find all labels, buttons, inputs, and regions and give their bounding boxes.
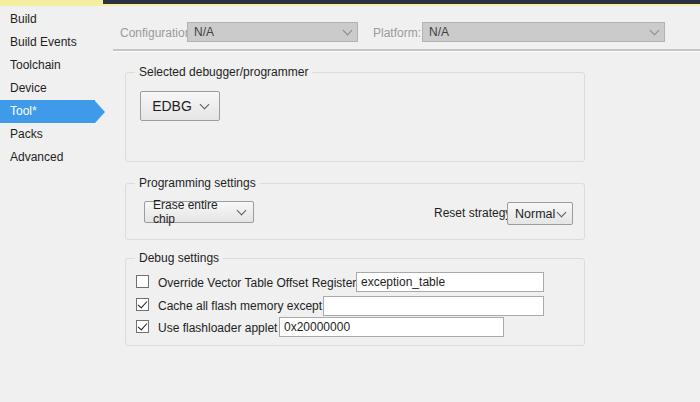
flashloader-input[interactable] [279, 317, 504, 337]
platform-dropdown: N/A [422, 22, 665, 42]
settings-sidebar: Build Build Events Toolchain Device Tool… [0, 8, 105, 169]
chevron-down-icon [557, 207, 567, 217]
configuration-dropdown: N/A [187, 22, 358, 42]
override-vtor-label: Override Vector Table Offset Register [158, 276, 356, 290]
configuration-label: Configuration: [120, 26, 195, 40]
chevron-down-icon [650, 26, 660, 36]
reset-strategy-value: Normal [515, 207, 555, 221]
sidebar-item-toolchain[interactable]: Toolchain [0, 54, 95, 77]
reset-strategy-label: Reset strategy [434, 206, 511, 220]
chevron-down-icon [237, 206, 247, 216]
group-programming-settings: Programming settings Erase entire chip R… [125, 183, 585, 240]
group-debug-settings: Debug settings Override Vector Table Off… [125, 258, 585, 346]
tool-settings-panel: Build Build Events Toolchain Device Tool… [0, 0, 700, 402]
group-title: Debug settings [135, 251, 223, 265]
override-vtor-input[interactable] [356, 272, 544, 292]
chevron-down-icon [343, 26, 353, 36]
flashloader-checkbox[interactable] [136, 320, 149, 333]
reset-strategy-dropdown[interactable]: Normal [507, 202, 573, 225]
platform-value: N/A [429, 25, 651, 39]
cache-flash-checkbox[interactable] [136, 298, 149, 311]
debugger-dropdown[interactable]: EDBG [140, 91, 220, 121]
sidebar-item-tool[interactable]: Tool* [0, 100, 95, 123]
override-vtor-checkbox[interactable] [136, 275, 149, 288]
top-accent-underline [103, 4, 700, 6]
flashloader-label: Use flashloader applet [158, 321, 277, 335]
top-accent-left [0, 0, 103, 6]
cache-flash-label: Cache all flash memory except [158, 299, 322, 313]
group-title: Selected debugger/programmer [135, 65, 312, 79]
horizontal-divider [113, 49, 700, 52]
debugger-value: EDBG [152, 98, 192, 114]
platform-label: Platform: [373, 26, 421, 40]
cache-flash-input[interactable] [323, 296, 544, 316]
group-selected-debugger: Selected debugger/programmer EDBG [125, 72, 585, 162]
chevron-down-icon [199, 100, 209, 110]
sidebar-item-packs[interactable]: Packs [0, 123, 95, 146]
erase-mode-dropdown[interactable]: Erase entire chip [144, 201, 254, 223]
erase-mode-value: Erase entire chip [153, 198, 238, 226]
sidebar-item-build-events[interactable]: Build Events [0, 31, 95, 54]
configuration-value: N/A [194, 25, 344, 39]
group-title: Programming settings [135, 176, 260, 190]
sidebar-item-device[interactable]: Device [0, 77, 95, 100]
sidebar-item-build[interactable]: Build [0, 8, 95, 31]
sidebar-item-advanced[interactable]: Advanced [0, 146, 95, 169]
